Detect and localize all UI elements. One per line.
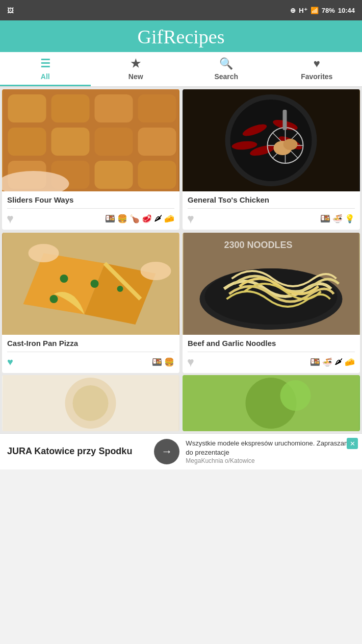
all-icon: ☰ <box>40 57 50 70</box>
tag-5: 🌶 <box>154 214 162 224</box>
svg-point-49 <box>280 380 311 411</box>
recipe-grid: Sliders Four Ways ♥ 🍱 🍔 🍗 🥩 🌶 🧀 <box>0 87 362 375</box>
like-button-noodles[interactable]: ♥ <box>188 356 194 368</box>
tab-favorites[interactable]: ♥ Favorites <box>272 52 363 86</box>
svg-rect-2 <box>51 94 90 122</box>
recipe-actions-noodles: ♥ 🍱 🍜 🌶 🧀 <box>188 356 355 368</box>
recipe-image-pizza <box>2 233 179 335</box>
svg-rect-27 <box>283 110 287 130</box>
tag-1: 🍱 <box>105 214 115 224</box>
app-header: GifRecipes <box>0 20 362 52</box>
ad-banner: JURA Katowice przy Spodku → Wszystkie mo… <box>0 433 362 469</box>
ad-close-button[interactable]: ✕ <box>347 438 358 449</box>
recipe-title-pizza: Cast-Iron Pan Pizza <box>7 339 174 348</box>
search-icon: 🔍 <box>219 57 233 70</box>
ad-text: JURA Katowice przy Spodku <box>7 445 148 457</box>
svg-rect-12 <box>138 161 176 189</box>
tab-new-label: New <box>128 72 143 81</box>
recipe-title-noodles: Beef and Garlic Noodles <box>188 339 355 348</box>
status-bar-left: 🖼 <box>7 7 14 14</box>
svg-rect-3 <box>95 94 133 122</box>
ad-arrow-button[interactable]: → <box>154 439 179 464</box>
svg-point-38 <box>29 244 59 262</box>
svg-text:2300 NOODLES: 2300 NOODLES <box>224 240 293 250</box>
tag-1: 🍱 <box>310 357 320 367</box>
tab-new[interactable]: ★ New <box>91 52 182 86</box>
recipe-info-sliders: Sliders Four Ways ♥ 🍱 🍔 🍗 🥩 🌶 🧀 <box>2 191 179 230</box>
signal-icon: H⁺ <box>299 7 307 14</box>
recipe-tags-sliders: 🍱 🍔 🍗 🥩 🌶 🧀 <box>105 214 174 224</box>
tag-1: 🍱 <box>152 357 162 367</box>
cast-icon: ⊕ <box>290 7 296 14</box>
time-text: 10:44 <box>338 7 355 14</box>
recipe-tags-noodles: 🍱 🍜 🌶 🧀 <box>310 357 355 367</box>
battery-text: 78% <box>322 7 335 14</box>
svg-point-46 <box>73 385 109 421</box>
status-bar-right: ⊕ H⁺ 📶 78% 10:44 <box>290 7 355 14</box>
tag-1: 🍱 <box>320 214 330 224</box>
svg-point-29 <box>283 139 298 150</box>
recipe-actions-pizza: ♥ 🍱 🍔 <box>7 356 174 368</box>
recipe-title-sliders: Sliders Four Ways <box>7 195 174 204</box>
tag-3: 🍗 <box>130 214 140 224</box>
recipe-info-general-tso: General Tso's Chicken ♥ 🍱 🍜 💡 <box>183 191 360 230</box>
tag-6: 🧀 <box>164 214 174 224</box>
tag-2: 🍔 <box>117 214 127 224</box>
recipe-actions-sliders: ♥ 🍱 🍔 🍗 🥩 🌶 🧀 <box>7 213 174 225</box>
recipe-info-noodles: Beef and Garlic Noodles ♥ 🍱 🍜 🌶 🧀 <box>183 335 360 373</box>
photo-icon: 🖼 <box>7 7 14 14</box>
svg-rect-8 <box>138 128 176 156</box>
recipe-card-sliders[interactable]: Sliders Four Ways ♥ 🍱 🍔 🍗 🥩 🌶 🧀 <box>2 89 179 230</box>
svg-point-34 <box>60 275 68 283</box>
nav-tabs: ☰ All ★ New 🔍 Search ♥ Favorites <box>0 52 362 87</box>
recipe-card-partial-1[interactable] <box>2 375 179 431</box>
recipe-image-partial-1 <box>2 375 179 431</box>
status-bar: 🖼 ⊕ H⁺ 📶 78% 10:44 <box>0 0 362 20</box>
tag-3: 🌶 <box>334 357 343 367</box>
like-button-sliders[interactable]: ♥ <box>7 213 13 225</box>
recipe-grid-partial <box>0 375 362 433</box>
tab-favorites-label: Favorites <box>301 72 332 81</box>
like-button-general-tso[interactable]: ♥ <box>188 213 194 225</box>
recipe-card-general-tso[interactable]: General Tso's Chicken ♥ 🍱 🍜 💡 <box>183 89 360 230</box>
recipe-image-general-tso <box>183 89 360 191</box>
svg-point-35 <box>91 280 99 288</box>
recipe-image-noodles: 2300 NOODLES <box>183 233 360 335</box>
tag-2: 🍜 <box>322 357 332 367</box>
ad-sub: Wszystkie modele ekspresów uruchomione. … <box>186 439 355 464</box>
ad-body: Wszystkie modele ekspresów uruchomione. … <box>186 439 355 457</box>
recipe-card-pizza[interactable]: Cast-Iron Pan Pizza ♥ 🍱 🍔 <box>2 233 179 373</box>
like-button-pizza[interactable]: ♥ <box>7 356 13 368</box>
tab-search-label: Search <box>214 72 238 81</box>
ad-source: MegaKuchnia o/Katowice <box>186 457 355 464</box>
recipe-image-partial-2 <box>183 375 360 431</box>
tag-4: 🥩 <box>142 214 152 224</box>
recipe-image-sliders <box>2 89 179 191</box>
recipe-tags-general-tso: 🍱 🍜 💡 <box>320 214 355 224</box>
tab-all[interactable]: ☰ All <box>0 52 91 86</box>
tag-3: 💡 <box>345 214 355 224</box>
favorites-icon: ♥ <box>314 57 320 70</box>
recipe-actions-general-tso: ♥ 🍱 🍜 💡 <box>188 213 355 225</box>
recipe-info-pizza: Cast-Iron Pan Pizza ♥ 🍱 🍔 <box>2 335 179 373</box>
svg-rect-6 <box>51 128 90 156</box>
tag-2: 🍜 <box>332 214 343 224</box>
signal-bars: 📶 <box>311 7 319 14</box>
svg-point-36 <box>50 295 58 303</box>
svg-rect-7 <box>95 128 133 156</box>
tab-search[interactable]: 🔍 Search <box>181 52 272 86</box>
app-logo: GifRecipes <box>0 26 362 48</box>
recipe-tags-pizza: 🍱 🍔 <box>152 357 174 367</box>
recipe-card-noodles[interactable]: 2300 NOODLES Beef and Garlic Noodles ♥ 🍱… <box>183 233 360 373</box>
tab-all-label: All <box>41 72 50 81</box>
recipe-card-partial-2[interactable] <box>183 375 360 431</box>
svg-point-16 <box>230 100 312 181</box>
svg-point-39 <box>141 262 171 280</box>
new-icon: ★ <box>131 57 141 70</box>
recipe-title-general-tso: General Tso's Chicken <box>188 195 355 204</box>
arrow-icon: → <box>161 445 172 458</box>
svg-point-37 <box>117 286 123 292</box>
svg-rect-4 <box>138 94 176 122</box>
tag-4: 🧀 <box>345 357 355 367</box>
svg-rect-11 <box>95 161 133 189</box>
